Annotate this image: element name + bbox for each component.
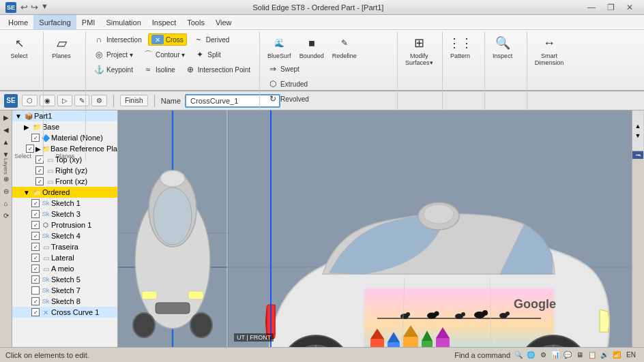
cross-icon: ✕ bbox=[151, 35, 164, 44]
tree-check-front[interactable] bbox=[35, 177, 44, 185]
lt-btn-7[interactable]: ⌂ bbox=[1, 198, 12, 209]
contour-button[interactable]: ⌒ Contour ▾ bbox=[139, 48, 188, 61]
ribbon: ↖ Select Select ▱ Planes Planes ∩ bbox=[0, 30, 644, 91]
modify-surfaces-icon: ⊞ bbox=[411, 35, 427, 51]
intersection-label: Intersection bbox=[106, 36, 142, 44]
planes-button[interactable]: ▱ Planes bbox=[48, 33, 75, 61]
tree-icon-ordered: 📁 bbox=[32, 187, 42, 197]
tree-check-ameio[interactable] bbox=[31, 265, 40, 273]
status-icon-7[interactable]: 🔊 bbox=[599, 350, 610, 361]
status-icon-3[interactable]: 📊 bbox=[550, 350, 561, 361]
tree-check-right[interactable] bbox=[35, 166, 44, 175]
tree-check-crosscurve1[interactable] bbox=[31, 308, 40, 316]
window-controls[interactable]: — ❐ ✕ bbox=[583, 1, 639, 14]
tree-check-sketch3[interactable] bbox=[31, 210, 40, 218]
tree-check-sketch5[interactable] bbox=[31, 275, 40, 284]
planes-icon: ▱ bbox=[53, 35, 70, 51]
pattern-icon: ⋮⋮ bbox=[452, 35, 469, 51]
status-search-icon[interactable]: 🔍 bbox=[513, 350, 524, 361]
status-icon-5[interactable]: 🖥 bbox=[574, 350, 585, 361]
swept-button[interactable]: ⇒ Swept bbox=[264, 62, 312, 76]
keypoint-button[interactable]: ⚓ Keypoint bbox=[90, 63, 136, 76]
tree-item-right-yz[interactable]: ▭ Right (yz) bbox=[12, 165, 117, 176]
split-button[interactable]: ✦ Split bbox=[191, 48, 224, 61]
redo-button[interactable]: ↪ bbox=[31, 2, 38, 12]
minimize-button[interactable]: — bbox=[583, 1, 600, 14]
tree-check-traseira[interactable] bbox=[31, 243, 40, 251]
rt-btn-1[interactable]: ▲ bbox=[634, 122, 642, 130]
tree-check-sketch4[interactable] bbox=[31, 232, 40, 240]
menu-surfacing[interactable]: Surfacing bbox=[33, 15, 76, 29]
extruded-button[interactable]: ⬡ Extruded bbox=[264, 77, 312, 91]
tree-check-sketch1[interactable] bbox=[31, 199, 40, 207]
cross-button[interactable]: ✕ Cross bbox=[148, 33, 187, 46]
quick-access-toolbar[interactable]: ↩ ↪ ▼ bbox=[20, 2, 48, 12]
intersection-point-button[interactable]: ⊕ Intersection Point bbox=[181, 63, 254, 76]
tree-expand-ordered[interactable]: ▼ bbox=[22, 187, 31, 197]
status-icon-1[interactable]: 🌐 bbox=[525, 350, 536, 361]
tree-label-right: Right (yz) bbox=[55, 166, 87, 175]
facebook-panel[interactable]: f bbox=[632, 151, 643, 159]
tree-check-sketch8[interactable] bbox=[31, 297, 40, 305]
lt-btn-layers[interactable]: Layers bbox=[1, 161, 12, 172]
tree-icon-crosscurve1: ✕ bbox=[41, 307, 50, 317]
menu-pmi[interactable]: PMI bbox=[76, 15, 101, 29]
revolved-icon: ↻ bbox=[267, 93, 278, 104]
inspect-button[interactable]: 🔍 Inspect bbox=[489, 33, 516, 61]
tree-item-traseira[interactable]: ▭ Traseira bbox=[12, 241, 117, 252]
isoline-button[interactable]: ≈ Isoline bbox=[139, 63, 179, 76]
menu-simulation[interactable]: Simulation bbox=[100, 15, 146, 29]
status-icon-4[interactable]: 💬 bbox=[562, 350, 573, 361]
tree-check-protrusion1[interactable] bbox=[31, 221, 40, 229]
svg-point-44 bbox=[482, 310, 488, 316]
tree-item-sketch7[interactable]: Sk Sketch 7 bbox=[12, 285, 117, 296]
tree-item-protrusion1[interactable]: ⬡ Protrusion 1 bbox=[12, 220, 117, 230]
menu-tools[interactable]: Tools bbox=[181, 15, 210, 29]
right-toolbar-top: ▲ ▼ bbox=[632, 110, 643, 151]
extruded-icon: ⬡ bbox=[267, 78, 278, 89]
tree-check-lateral[interactable] bbox=[31, 254, 40, 262]
bounded-icon: ◼ bbox=[304, 35, 320, 51]
menu-view[interactable]: View bbox=[210, 15, 237, 29]
tree-item-sketch1[interactable]: Sk Sketch 1 bbox=[12, 198, 117, 209]
viewport[interactable]: Google bbox=[118, 110, 632, 347]
tree-item-sketch8[interactable]: Sk Sketch 8 bbox=[12, 296, 117, 307]
select-button[interactable]: ↖ Select bbox=[5, 33, 33, 61]
intersection-button[interactable]: ∩ Intersection bbox=[90, 33, 145, 46]
select-icon: ↖ bbox=[11, 35, 27, 51]
status-icon-6[interactable]: 📋 bbox=[587, 350, 598, 361]
status-icon-2[interactable]: ⚙ bbox=[538, 350, 548, 361]
tree-item-sketch5[interactable]: Sk Sketch 5 bbox=[12, 274, 117, 285]
tree-item-ameio[interactable]: ▭ A meio bbox=[12, 263, 117, 274]
svg-point-10 bbox=[153, 187, 192, 245]
close-button[interactable]: ✕ bbox=[621, 1, 639, 14]
pattern-button[interactable]: ⋮⋮ Pattern bbox=[447, 33, 474, 61]
smart-dimension-button[interactable]: ↔ SmartDimension bbox=[531, 33, 568, 68]
bounded-button[interactable]: ◼ Bounded bbox=[296, 33, 327, 61]
lt-btn-8[interactable]: ⟳ bbox=[1, 210, 12, 221]
tree-check-sketch7[interactable] bbox=[31, 286, 40, 295]
undo-button[interactable]: ↩ bbox=[20, 2, 28, 12]
redefine-button[interactable]: ✎ Redefine bbox=[329, 33, 360, 61]
tree-item-lateral[interactable]: ▭ Lateral bbox=[12, 252, 117, 263]
maximize-button[interactable]: ❐ bbox=[602, 1, 619, 14]
tree-item-front-xz[interactable]: ▭ Front (xz) bbox=[12, 176, 117, 187]
tree-item-sketch4[interactable]: Sk Sketch 4 bbox=[12, 230, 117, 241]
derived-button[interactable]: ~ Derived bbox=[190, 33, 233, 46]
menu-home[interactable]: Home bbox=[3, 15, 33, 29]
project-button[interactable]: ◎ Project ▾ bbox=[90, 48, 136, 61]
revolved-button[interactable]: ↻ Revolved bbox=[264, 92, 312, 106]
rt-btn-2[interactable]: ▼ bbox=[634, 132, 642, 140]
tree-item-sketch3[interactable]: Sk Sketch 3 bbox=[12, 209, 117, 220]
split-label: Split bbox=[207, 51, 220, 59]
lt-btn-6[interactable]: ⊖ bbox=[1, 185, 12, 196]
tree-item-crosscurve1[interactable]: ✕ Cross Curve 1 bbox=[12, 307, 117, 318]
tree-item-ordered[interactable]: ▼ 📁 Ordered bbox=[12, 187, 117, 198]
tree-icon-protrusion1: ⬡ bbox=[41, 220, 50, 230]
status-icon-8[interactable]: 📶 bbox=[611, 350, 622, 361]
menu-inspect[interactable]: Inspect bbox=[147, 15, 181, 29]
bluesurf-button[interactable]: 🌊 BlueSurf bbox=[264, 33, 295, 61]
quick-access-more[interactable]: ▼ bbox=[41, 2, 48, 12]
lt-btn-5[interactable]: ⊕ bbox=[1, 173, 12, 184]
modify-surfaces-button[interactable]: ⊞ ModifySurfaces▾ bbox=[402, 33, 437, 68]
